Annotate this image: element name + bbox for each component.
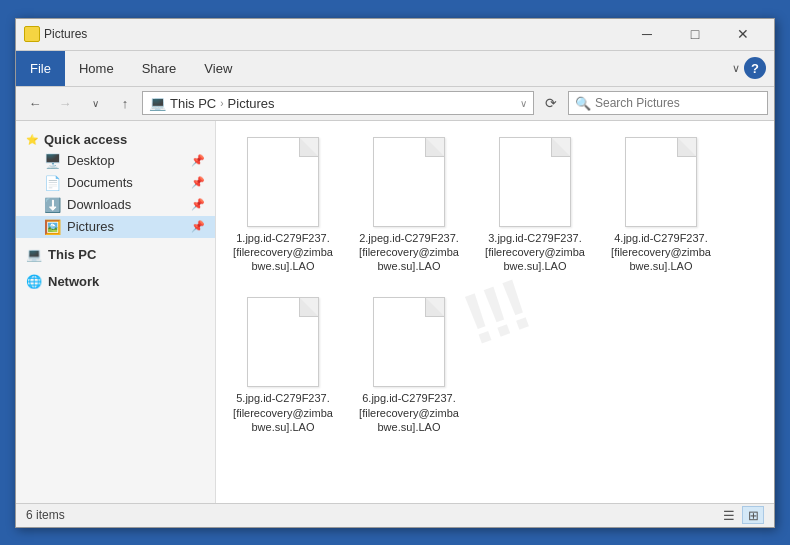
file-item[interactable]: 3.jpg.id-C279F237.[filerecovery@zimbabwe… xyxy=(480,133,590,278)
quick-access-expand-icon: ⭐ xyxy=(26,134,38,145)
sidebar-item-pictures[interactable]: 🖼️ Pictures 📌 xyxy=(16,216,215,238)
maximize-button[interactable]: □ xyxy=(672,18,718,50)
sidebar-item-desktop[interactable]: 🖥️ Desktop 📌 xyxy=(16,150,215,172)
main-area: ⭐ Quick access 🖥️ Desktop 📌 📄 Documents … xyxy=(16,121,774,503)
title-bar-left: Pictures xyxy=(24,26,624,42)
search-icon: 🔍 xyxy=(575,96,591,111)
desktop-pin-icon: 📌 xyxy=(191,154,205,167)
window-title: Pictures xyxy=(44,27,87,41)
sidebar-item-downloads[interactable]: ⬇️ Downloads 📌 xyxy=(16,194,215,216)
forward-button[interactable]: → xyxy=(52,90,78,116)
path-separator-1: › xyxy=(220,98,223,109)
this-pc-expand-icon: 💻 xyxy=(26,247,42,262)
sidebar-item-documents[interactable]: 📄 Documents 📌 xyxy=(16,172,215,194)
sidebar: ⭐ Quick access 🖥️ Desktop 📌 📄 Documents … xyxy=(16,121,216,503)
refresh-button[interactable]: ⟳ xyxy=(538,90,564,116)
status-text: 6 items xyxy=(26,508,718,522)
ribbon-tab-home[interactable]: Home xyxy=(65,55,128,82)
sidebar-downloads-label: Downloads xyxy=(67,197,131,212)
network-label: Network xyxy=(48,274,99,289)
up-button[interactable]: ↑ xyxy=(112,90,138,116)
this-pc-label: This PC xyxy=(48,247,96,262)
downloads-pin-icon: 📌 xyxy=(191,198,205,211)
file-icon xyxy=(625,137,697,227)
recent-button[interactable]: ∨ xyxy=(82,90,108,116)
path-icon: 💻 xyxy=(149,95,166,111)
pictures-icon: 🖼️ xyxy=(44,219,61,235)
address-path[interactable]: 💻 This PC › Pictures ∨ xyxy=(142,91,534,115)
ribbon-collapse-icon[interactable]: ∨ xyxy=(732,62,740,75)
file-item[interactable]: 5.jpg.id-C279F237.[filerecovery@zimbabwe… xyxy=(228,293,338,438)
ribbon-tab-file[interactable]: File xyxy=(16,51,65,86)
close-button[interactable]: ✕ xyxy=(720,18,766,50)
file-name: 1.jpg.id-C279F237.[filerecovery@zimbabwe… xyxy=(232,231,334,274)
file-grid: 1.jpg.id-C279F237.[filerecovery@zimbabwe… xyxy=(228,133,762,439)
desktop-icon: 🖥️ xyxy=(44,153,61,169)
window-icon xyxy=(24,26,40,42)
minimize-button[interactable]: ─ xyxy=(624,18,670,50)
file-name: 6.jpg.id-C279F237.[filerecovery@zimbabwe… xyxy=(358,391,460,434)
icon-view-button[interactable]: ⊞ xyxy=(742,506,764,524)
ribbon-tab-share[interactable]: Share xyxy=(128,55,191,82)
address-bar: ← → ∨ ↑ 💻 This PC › Pictures ∨ ⟳ 🔍 xyxy=(16,87,774,121)
file-icon xyxy=(499,137,571,227)
documents-icon: 📄 xyxy=(44,175,61,191)
path-dropdown-icon[interactable]: ∨ xyxy=(520,98,527,109)
help-button[interactable]: ? xyxy=(744,57,766,79)
file-name: 5.jpg.id-C279F237.[filerecovery@zimbabwe… xyxy=(232,391,334,434)
file-name: 3.jpg.id-C279F237.[filerecovery@zimbabwe… xyxy=(484,231,586,274)
path-this-pc[interactable]: This PC xyxy=(170,96,216,111)
file-name: 2.jpeg.id-C279F237.[filerecovery@zimbabw… xyxy=(358,231,460,274)
ribbon-tab-view[interactable]: View xyxy=(190,55,246,82)
sidebar-section-this-pc[interactable]: 💻 This PC xyxy=(16,244,215,265)
file-item[interactable]: 6.jpg.id-C279F237.[filerecovery@zimbabwe… xyxy=(354,293,464,438)
file-item[interactable]: 1.jpg.id-C279F237.[filerecovery@zimbabwe… xyxy=(228,133,338,278)
list-view-button[interactable]: ☰ xyxy=(718,506,740,524)
file-icon xyxy=(247,137,319,227)
status-bar: 6 items ☰ ⊞ xyxy=(16,503,774,527)
file-item[interactable]: 4.jpg.id-C279F237.[filerecovery@zimbabwe… xyxy=(606,133,716,278)
file-content: !!! 1.jpg.id-C279F237.[filerecovery@zimb… xyxy=(216,121,774,503)
network-expand-icon: 🌐 xyxy=(26,274,42,289)
sidebar-section-quick-access[interactable]: ⭐ Quick access xyxy=(16,129,215,150)
sidebar-documents-label: Documents xyxy=(67,175,133,190)
file-item[interactable]: 2.jpeg.id-C279F237.[filerecovery@zimbabw… xyxy=(354,133,464,278)
sidebar-pictures-label: Pictures xyxy=(67,219,114,234)
documents-pin-icon: 📌 xyxy=(191,176,205,189)
downloads-icon: ⬇️ xyxy=(44,197,61,213)
pictures-pin-icon: 📌 xyxy=(191,220,205,233)
file-icon xyxy=(373,137,445,227)
explorer-window: Pictures ─ □ ✕ File Home Share View ∨ ? … xyxy=(15,18,775,528)
sidebar-section-network[interactable]: 🌐 Network xyxy=(16,271,215,292)
view-buttons: ☰ ⊞ xyxy=(718,506,764,524)
search-box[interactable]: 🔍 xyxy=(568,91,768,115)
quick-access-label: Quick access xyxy=(44,132,127,147)
title-bar: Pictures ─ □ ✕ xyxy=(16,19,774,51)
search-input[interactable] xyxy=(595,96,761,110)
ribbon: File Home Share View ∨ ? xyxy=(16,51,774,87)
back-button[interactable]: ← xyxy=(22,90,48,116)
ribbon-right: ∨ ? xyxy=(732,57,774,79)
title-controls: ─ □ ✕ xyxy=(624,18,766,50)
file-icon xyxy=(373,297,445,387)
file-name: 4.jpg.id-C279F237.[filerecovery@zimbabwe… xyxy=(610,231,712,274)
sidebar-desktop-label: Desktop xyxy=(67,153,115,168)
file-icon xyxy=(247,297,319,387)
path-pictures[interactable]: Pictures xyxy=(228,96,275,111)
